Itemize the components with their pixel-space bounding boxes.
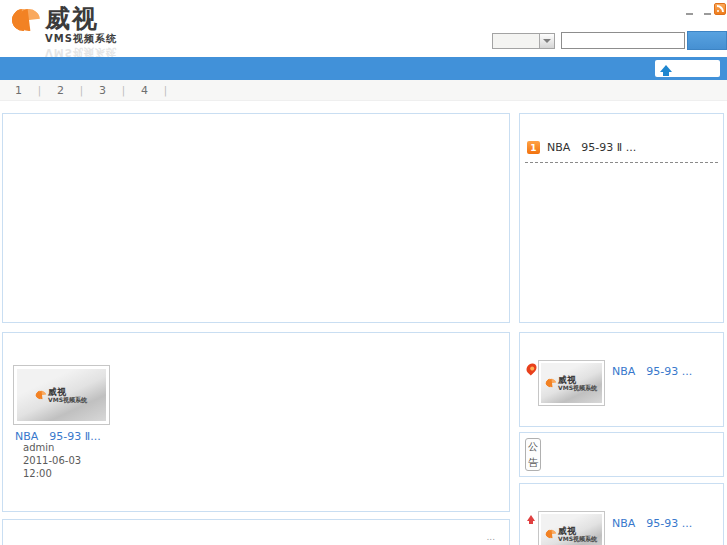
flame-icon xyxy=(524,361,538,375)
featured-panel xyxy=(2,113,510,323)
page-item-3[interactable]: 3 xyxy=(92,84,113,97)
video-thumbnail[interactable]: 威视 VMS视频系统 xyxy=(13,365,110,425)
logo-text: 威视 VMS视频系统 VMS视频系统 xyxy=(45,5,117,59)
logo-subtitle: VMS视频系统 xyxy=(45,32,117,46)
notice-label: 公告 xyxy=(525,438,541,471)
search-category-select[interactable] xyxy=(492,33,555,49)
search-button[interactable] xyxy=(687,31,727,50)
video-panel: 威视 VMS视频系统 NBA 95-93 Ⅱ... admin 2011-06-… xyxy=(2,332,510,512)
video-uploader: admin xyxy=(23,442,54,453)
thumbnail-crescents-icon xyxy=(546,379,556,387)
home-button[interactable] xyxy=(655,60,720,77)
thumbnail-logo: 威视 VMS视频系统 xyxy=(36,388,87,403)
rank-1-badge: 1 xyxy=(527,141,540,154)
vms-portal-page: 威视 VMS视频系统 VMS视频系统 1 | 2 | 3 | 4 | xyxy=(0,0,727,545)
page-separator: | xyxy=(155,85,176,96)
ranking-row[interactable]: 1 NBA 95-93 Ⅱ ... xyxy=(525,140,718,163)
page-item-4[interactable]: 4 xyxy=(134,84,155,97)
video-thumbnail-image: 威视 VMS视频系统 xyxy=(17,369,106,421)
thumbnail-logo: 威视 VMS视频系统 xyxy=(546,376,597,391)
latest-video-panel: 威视 VMS视频系统 NBA 95-93 ... xyxy=(519,483,724,545)
minimize-dash-icon[interactable] xyxy=(704,13,711,15)
hot-video-title-link[interactable]: NBA 95-93 ... xyxy=(612,364,692,379)
notice-panel: 公告 xyxy=(519,432,724,477)
latest-thumbnail-image: 威视 VMS视频系统 xyxy=(541,514,602,545)
site-logo[interactable]: 威视 VMS视频系统 VMS视频系统 xyxy=(12,5,117,59)
select-dropdown-arrow-icon[interactable] xyxy=(539,34,554,48)
bottom-panel: ... xyxy=(2,519,510,545)
rss-icon[interactable] xyxy=(714,3,726,15)
page-item-1[interactable]: 1 xyxy=(8,84,29,97)
thumbnail-logo: 威视 VMS视频系统 xyxy=(546,527,597,542)
page-separator: | xyxy=(71,85,92,96)
thumbnail-crescents-icon xyxy=(546,530,556,538)
thumbnail-crescents-icon xyxy=(36,391,46,399)
video-time: 12:00 xyxy=(23,468,52,479)
page-item-2[interactable]: 2 xyxy=(50,84,71,97)
ranking-panel: 1 NBA 95-93 Ⅱ ... xyxy=(519,113,724,323)
rank-video-title[interactable]: NBA 95-93 Ⅱ ... xyxy=(547,140,636,155)
latest-video-title-link[interactable]: NBA 95-93 ... xyxy=(612,516,692,531)
latest-video-thumbnail[interactable]: 威视 VMS视频系统 xyxy=(538,511,605,545)
main-nav-bar xyxy=(0,57,727,80)
up-arrow-icon xyxy=(527,515,535,521)
video-date: 2011-06-03 xyxy=(23,455,81,466)
hot-video-panel: 威视 VMS视频系统 NBA 95-93 ... xyxy=(519,332,724,427)
more-link[interactable]: ... xyxy=(486,532,495,542)
page-separator: | xyxy=(29,85,50,96)
home-arrow-icon xyxy=(660,65,672,72)
logo-crescents-icon xyxy=(12,9,40,31)
pagination-strip: 1 | 2 | 3 | 4 | xyxy=(0,80,727,101)
hot-video-thumbnail[interactable]: 威视 VMS视频系统 xyxy=(538,360,605,406)
page-separator: | xyxy=(113,85,134,96)
minimize-dash-icon[interactable] xyxy=(686,13,693,15)
search-input[interactable] xyxy=(561,32,685,49)
hot-thumbnail-image: 威视 VMS视频系统 xyxy=(541,363,602,403)
logo-title: 威视 xyxy=(45,5,117,32)
